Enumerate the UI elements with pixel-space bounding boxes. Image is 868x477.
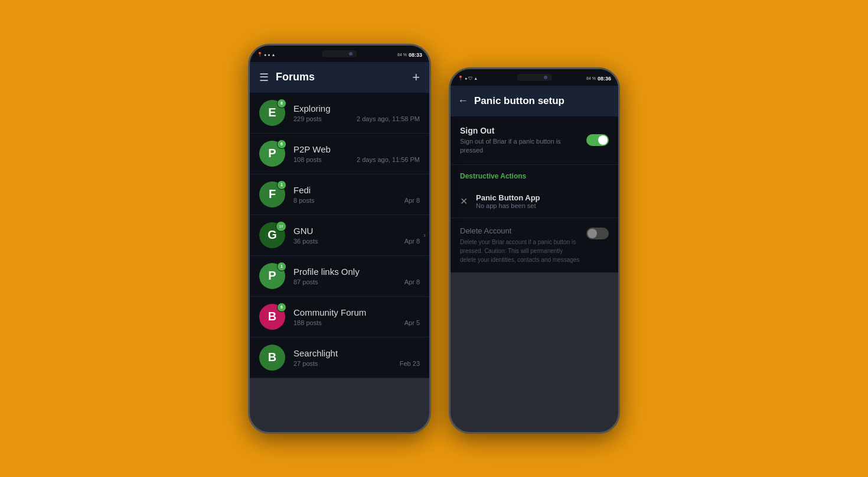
forum-date-profilelinks: Apr 8 <box>404 278 420 285</box>
phones-container: 📍 ● ● ▲ 84 % 08:33 ☰ Forums + E 8 <box>248 44 620 434</box>
notch-dot-right <box>544 76 547 79</box>
back-button[interactable]: ← <box>458 95 468 107</box>
forum-avatar-fedi: F 1 <box>259 181 285 207</box>
forum-avatar-community: B 6 <box>259 304 285 330</box>
panic-x-icon: ✕ <box>460 196 468 207</box>
forum-posts-community: 188 posts <box>293 319 322 326</box>
sign-out-toggle[interactable] <box>586 134 609 146</box>
forum-avatar-profilelinks: P 1 <box>259 263 285 289</box>
destructive-label: Destructive Actions <box>451 165 618 185</box>
forum-date-community: Apr 5 <box>404 319 420 326</box>
forum-info-gnu: GNU 36 posts Apr 8 <box>293 226 420 245</box>
phone-notch-right <box>517 74 552 81</box>
delete-account-toggle[interactable] <box>586 228 609 239</box>
forum-badge-fedi: 1 <box>277 180 286 190</box>
forum-name-searchlight: Searchlight <box>293 348 420 358</box>
forum-item-gnu[interactable]: G 17 GNU 36 posts Apr 8 › <box>250 215 429 256</box>
notch-dot-left <box>349 52 353 56</box>
circle-icon: ● <box>264 53 266 57</box>
battery-text-right: 84 % <box>586 76 596 80</box>
panic-app-subtitle: No app has been set <box>476 202 540 209</box>
forum-item-exploring[interactable]: E 8 Exploring 229 posts 2 days ago, 11:5… <box>250 93 429 134</box>
delete-account-desc: Delete your Briar account if a panic but… <box>460 238 580 264</box>
delete-account-title: Delete Account <box>460 226 580 235</box>
menu-icon[interactable]: ☰ <box>259 71 269 84</box>
forum-date-gnu: Apr 8 <box>404 238 420 245</box>
scroll-chevron: › <box>423 231 426 239</box>
sign-out-row: Sign Out Sign out of Briar if a panic bu… <box>460 126 609 155</box>
forum-meta-p2pweb: 108 posts 2 days ago, 11:56 PM <box>293 156 420 163</box>
forum-badge-gnu: 17 <box>276 221 286 232</box>
forum-meta-searchlight: 27 posts Feb 23 <box>293 360 420 367</box>
location-icon: 📍 <box>257 52 263 57</box>
forum-item-fedi[interactable]: F 1 Fedi 8 posts Apr 8 <box>250 174 429 215</box>
forum-posts-p2pweb: 108 posts <box>293 156 322 163</box>
forum-info-community: Community Forum 188 posts Apr 5 <box>293 307 420 326</box>
phone-right: 📍 ● 🛡 ▲ 84 % 08:36 ← Panic button setup … <box>449 67 620 434</box>
phone-left: 📍 ● ● ▲ 84 % 08:33 ☰ Forums + E 8 <box>248 44 431 434</box>
forum-posts-gnu: 36 posts <box>293 238 318 245</box>
forum-info-fedi: Fedi 8 posts Apr 8 <box>293 185 420 204</box>
forum-badge-p2pweb: 6 <box>277 139 286 149</box>
forum-item-p2pweb[interactable]: P 6 P2P Web 108 posts 2 days ago, 11:56 … <box>250 134 429 174</box>
forum-posts-searchlight: 27 posts <box>293 360 318 367</box>
sign-out-desc: Sign out of Briar if a panic button is p… <box>460 137 579 155</box>
phone-notch-left <box>322 50 357 57</box>
forum-meta-exploring: 229 posts 2 days ago, 11:58 PM <box>293 115 420 122</box>
forum-info-exploring: Exploring 229 posts 2 days ago, 11:58 PM <box>293 103 420 122</box>
forum-name-profilelinks: Profile links Only <box>293 267 420 277</box>
location-icon-r: 📍 <box>458 76 464 81</box>
forum-avatar-exploring: E 8 <box>259 100 285 126</box>
delete-account-row: Delete Account Delete your Briar account… <box>460 226 609 264</box>
forum-item-searchlight[interactable]: B Searchlight 27 posts Feb 23 <box>250 338 429 378</box>
signal-icon-r: ▲ <box>474 76 478 80</box>
forum-badge-profilelinks: 1 <box>277 262 286 271</box>
forum-list: E 8 Exploring 229 posts 2 days ago, 11:5… <box>250 93 429 378</box>
forum-avatar-searchlight: B <box>259 345 285 371</box>
status-right-info: 84 % 08:33 <box>397 52 422 58</box>
forum-avatar-gnu: G 17 <box>259 222 285 248</box>
forums-title: Forums <box>276 71 405 83</box>
forum-posts-profilelinks: 87 posts <box>293 278 318 285</box>
circle-icon-r: ● <box>465 76 467 80</box>
forum-avatar-p2pweb: P 6 <box>259 141 285 167</box>
forum-info-searchlight: Searchlight 27 posts Feb 23 <box>293 348 420 367</box>
sign-out-text: Sign Out Sign out of Briar if a panic bu… <box>460 126 579 155</box>
panic-app-row[interactable]: ✕ Panic Button App No app has been set <box>451 185 618 218</box>
status-left-icons: 📍 ● ● ▲ <box>257 52 275 57</box>
forum-info-profilelinks: Profile links Only 87 posts Apr 8 <box>293 267 420 285</box>
panic-title: Panic button setup <box>474 95 564 107</box>
forum-date-fedi: Apr 8 <box>404 197 420 204</box>
forum-name-p2pweb: P2P Web <box>293 144 420 154</box>
forum-meta-fedi: 8 posts Apr 8 <box>293 197 420 204</box>
wifi-icon: ● <box>267 53 270 57</box>
panic-app-info: Panic Button App No app has been set <box>476 193 540 209</box>
forum-date-exploring: 2 days ago, 11:58 PM <box>357 115 420 122</box>
forum-item-profilelinks[interactable]: P 1 Profile links Only 87 posts Apr 8 <box>250 256 429 297</box>
forum-name-gnu: GNU <box>293 226 420 236</box>
status-right-right-info: 84 % 08:36 <box>586 76 611 82</box>
forum-name-exploring: Exploring <box>293 103 420 113</box>
forums-header: ☰ Forums + <box>250 62 429 93</box>
forum-badge-exploring: 8 <box>277 99 286 108</box>
time-left: 08:33 <box>409 52 422 58</box>
time-right: 08:36 <box>598 76 611 82</box>
sign-out-section: Sign Out Sign out of Briar if a panic bu… <box>451 116 618 166</box>
forum-posts-fedi: 8 posts <box>293 197 314 204</box>
delete-account-section: Delete Account Delete your Briar account… <box>451 218 618 272</box>
forum-meta-profilelinks: 87 posts Apr 8 <box>293 278 420 285</box>
forum-posts-exploring: 229 posts <box>293 115 322 122</box>
forum-item-community[interactable]: B 6 Community Forum 188 posts Apr 5 <box>250 297 429 338</box>
forum-date-searchlight: Feb 23 <box>400 360 420 367</box>
panic-header: ← Panic button setup <box>451 86 618 116</box>
panic-content: Sign Out Sign out of Briar if a panic bu… <box>451 116 618 273</box>
forum-info-p2pweb: P2P Web 108 posts 2 days ago, 11:56 PM <box>293 144 420 163</box>
shield-icon-r: 🛡 <box>468 76 472 80</box>
battery-text-left: 84 % <box>397 53 407 57</box>
delete-account-text: Delete Account Delete your Briar account… <box>460 226 580 264</box>
add-forum-button[interactable]: + <box>412 70 420 85</box>
forum-meta-community: 188 posts Apr 5 <box>293 319 420 326</box>
forum-badge-community: 6 <box>277 303 286 312</box>
sign-out-title: Sign Out <box>460 126 579 135</box>
forum-meta-gnu: 36 posts Apr 8 <box>293 238 420 245</box>
